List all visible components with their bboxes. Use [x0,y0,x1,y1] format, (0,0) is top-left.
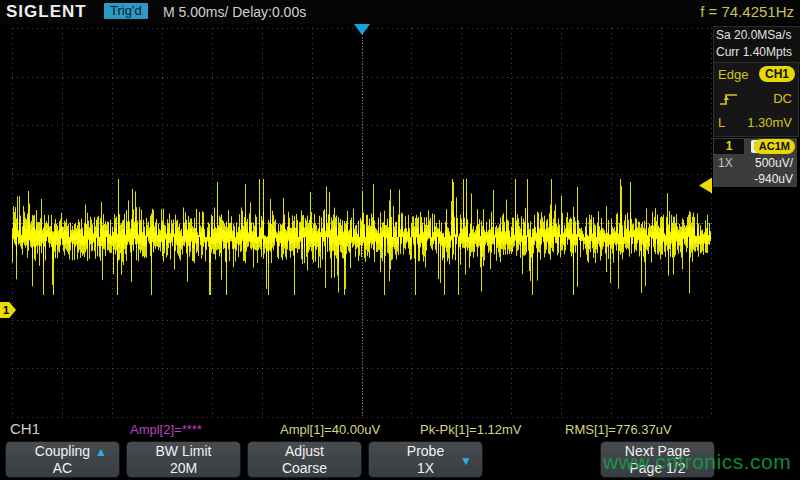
channel-coupling-badge: AC1M [754,139,795,154]
acquisition-panel: Sa 20.0MSa/s Curr 1.40Mpts [713,26,800,64]
softkey-menu-bar: Coupling AC ▲ BW Limit 20M Adjust Coarse… [0,440,800,480]
trigger-panel[interactable]: Edge CH1 DC L 1.30mV [713,62,799,137]
probe-button[interactable]: Probe 1X ▼ [368,441,483,478]
arrow-up-icon: ▲ [95,444,107,461]
next-page-button-value: Page 1/2 [601,460,714,477]
frequency-counter: f = 74.4251Hz [700,3,794,20]
trigger-level-label: L [718,115,725,130]
adjust-button-value: Coarse [248,460,361,477]
measurement-ampl2: Ampl[2]=**** [130,422,202,437]
active-channel-label: CH1 [10,420,40,437]
trigger-source-badge: CH1 [759,66,795,82]
trigger-status-badge: Trig'd [104,3,148,19]
bw-limit-button[interactable]: BW Limit 20M [126,441,241,478]
rising-edge-icon [718,91,740,107]
measurement-ampl1: Ampl[1]=40.00uV [280,422,380,437]
measurement-bar: CH1 Ampl[2]=**** Ampl[1]=40.00uV Pk-Pk[1… [0,418,712,440]
channel1-info-panel[interactable]: 1 B AC1M 1X 500uV/ -940uV [713,138,797,187]
adjust-button-label: Adjust [248,443,361,460]
trigger-coupling: DC [773,87,792,111]
next-page-button[interactable]: Next Page Page 1/2 [600,441,715,478]
trigger-level-value: 1.30mV [747,111,792,135]
waveform-canvas [0,24,712,418]
next-page-button-label: Next Page [601,443,714,460]
adjust-button[interactable]: Adjust Coarse [247,441,362,478]
vertical-scale: 500uV/ [755,155,793,171]
measurement-pkpk1: Pk-Pk[1]=1.12mV [420,422,522,437]
right-sidebar: Sa 20.0MSa/s Curr 1.40Mpts Edge CH1 DC L… [712,24,800,418]
vertical-offset: -940uV [754,171,793,187]
channel-number-badge: 1 [714,139,744,154]
bw-limit-button-label: BW Limit [127,443,240,460]
brand-logo: SIGLENT [6,2,87,22]
top-status-bar: SIGLENT Trig'd M 5.00ms/ Delay:0.00s f =… [0,0,800,24]
trigger-position-marker[interactable] [354,24,370,35]
sample-rate: Sa 20.0MSa/s [716,27,800,44]
bw-limit-button-value: 20M [127,460,240,477]
oscilloscope-screen: SIGLENT Trig'd M 5.00ms/ Delay:0.00s f =… [0,0,800,480]
probe-attenuation: 1X [718,155,733,171]
arrow-down-icon: ▼ [460,453,472,470]
measurement-rms1: RMS[1]=776.37uV [565,422,672,437]
memory-depth: Curr 1.40Mpts [716,44,800,61]
coupling-button-value: AC [6,460,119,477]
coupling-button[interactable]: Coupling AC ▲ [5,441,120,478]
waveform-display-area [0,24,712,418]
timebase-readout: M 5.00ms/ Delay:0.00s [163,4,306,20]
trigger-type-label: Edge [718,67,748,82]
